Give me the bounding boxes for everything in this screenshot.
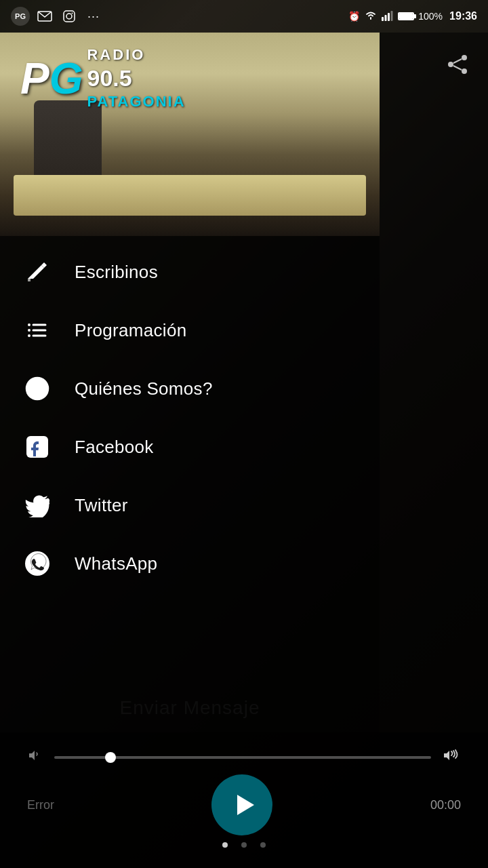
svg-point-9 [448,62,453,67]
status-bar: PG ··· ⏰ [0,0,488,33]
svg-point-2 [66,14,72,19]
svg-rect-7 [391,11,393,21]
svg-rect-4 [382,17,384,21]
player-error: Error [27,798,54,812]
programacion-label: Programación [75,320,186,341]
radio-label: RADIO [87,46,185,64]
svg-rect-5 [385,15,387,21]
svg-rect-22 [26,436,48,458]
radio-frequency: 90.5 [87,65,185,92]
player-time: 00:00 [430,798,461,812]
menu-item-escribinos[interactable]: Escribinos [0,243,380,301]
radio-name: PATAGONIA [87,93,185,111]
alarm-icon: ⏰ [348,11,360,22]
nav-dot-1 [222,842,228,848]
volume-high-icon [442,747,461,768]
nav-dot-2 [241,842,247,848]
gmail-icon [35,7,54,26]
svg-point-10 [462,68,467,74]
svg-point-8 [462,55,467,60]
list-icon [20,313,54,347]
svg-line-12 [453,66,462,70]
volume-row [14,747,474,768]
signal-icon [382,10,394,23]
svg-marker-24 [237,795,254,815]
logo-pg: PG [20,57,83,100]
player-controls: Error 00:00 [14,774,474,835]
battery-icon [398,12,414,20]
status-right: ⏰ 100% 19:36 [348,9,477,23]
svg-line-11 [453,59,462,63]
volume-low-icon [27,747,43,768]
svg-rect-1 [64,11,75,22]
logo-overlay: PG RADIO 90.5 PATAGONIA [0,33,380,236]
menu-item-quienes-somos[interactable]: Quiénes Somos? [0,359,380,418]
battery-percent: 100% [418,11,443,22]
player-area: Error 00:00 [0,732,488,868]
volume-thumb[interactable] [105,752,116,763]
play-button[interactable] [211,774,272,835]
menu-list: Escribinos Programación [0,236,380,599]
bottom-nav [222,842,266,853]
menu-item-programacion[interactable]: Programación [0,301,380,359]
logo-container: PG RADIO 90.5 PATAGONIA [20,46,186,111]
app-icon: PG [11,7,30,26]
twitter-label: Twitter [75,495,128,516]
volume-slider[interactable] [54,756,431,759]
instagram-icon [60,7,79,26]
wifi-icon [364,9,378,23]
facebook-label: Facebook [75,437,154,458]
whatsapp-label: WhatsApp [75,553,157,574]
quienes-somos-label: Quiénes Somos? [75,378,213,399]
pencil-icon [20,255,54,289]
more-icon: ··· [84,7,103,26]
svg-rect-6 [388,13,390,21]
twitter-icon [20,488,54,522]
escribinos-label: Escribinos [75,262,158,283]
nav-dot-3 [260,842,266,848]
status-left-icons: PG ··· [11,7,103,26]
facebook-icon [20,430,54,464]
whatsapp-icon [20,547,54,580]
logo-radio-text: RADIO 90.5 PATAGONIA [87,46,185,111]
svg-point-3 [72,13,73,14]
menu-item-facebook[interactable]: Facebook [0,418,380,476]
menu-item-twitter[interactable]: Twitter [0,476,380,534]
info-icon [20,372,54,406]
share-button[interactable] [441,47,474,81]
svg-point-21 [36,382,39,385]
menu-item-whatsapp[interactable]: WhatsApp [0,534,380,593]
time-display: 19:36 [449,10,477,22]
